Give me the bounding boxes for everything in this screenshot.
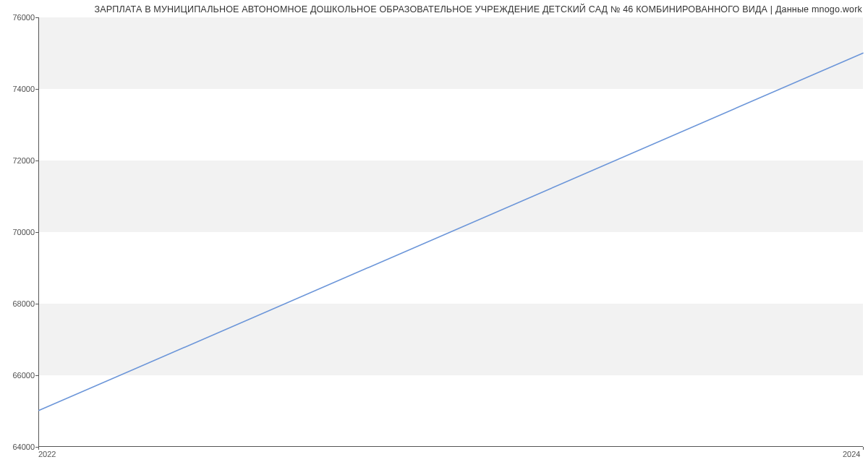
y-tick-label: 68000 [12, 299, 35, 308]
plot-area [38, 17, 863, 447]
chart-title: ЗАРПЛАТА В МУНИЦИПАЛЬНОЕ АВТОНОМНОЕ ДОШК… [95, 4, 862, 14]
y-tick-label: 64000 [12, 443, 35, 451]
y-tick-label: 76000 [12, 13, 35, 22]
y-tick-label: 66000 [12, 371, 35, 380]
y-tick-mark [35, 17, 38, 18]
x-tick-mark [863, 447, 864, 450]
y-tick-label: 70000 [12, 228, 35, 236]
y-tick-mark [35, 232, 38, 233]
x-tick-mark [38, 447, 39, 450]
y-tick-mark [35, 161, 38, 161]
y-tick-label: 74000 [12, 85, 35, 93]
x-tick-label: 2022 [38, 450, 56, 458]
y-tick-mark [35, 304, 38, 304]
line-series [39, 17, 863, 446]
y-tick-label: 72000 [12, 156, 35, 165]
y-tick-mark [35, 375, 38, 376]
y-tick-mark [35, 89, 38, 90]
x-tick-label: 2024 [843, 450, 860, 458]
